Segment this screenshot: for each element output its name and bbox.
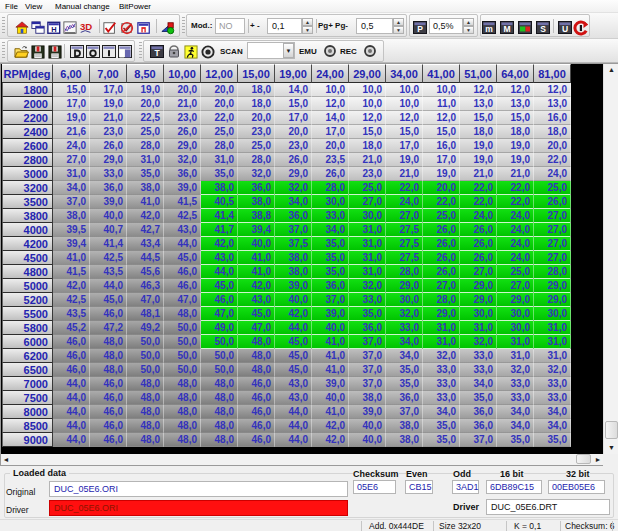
svg-text:H: H — [51, 25, 56, 34]
svg-text:M: M — [503, 24, 510, 34]
svg-text:U: U — [562, 24, 568, 34]
svg-text:3D: 3D — [80, 21, 92, 32]
svg-text:P: P — [417, 24, 423, 34]
svg-text:m: m — [485, 24, 493, 34]
svg-text:S: S — [540, 24, 546, 34]
svg-text:T: T — [154, 48, 160, 58]
